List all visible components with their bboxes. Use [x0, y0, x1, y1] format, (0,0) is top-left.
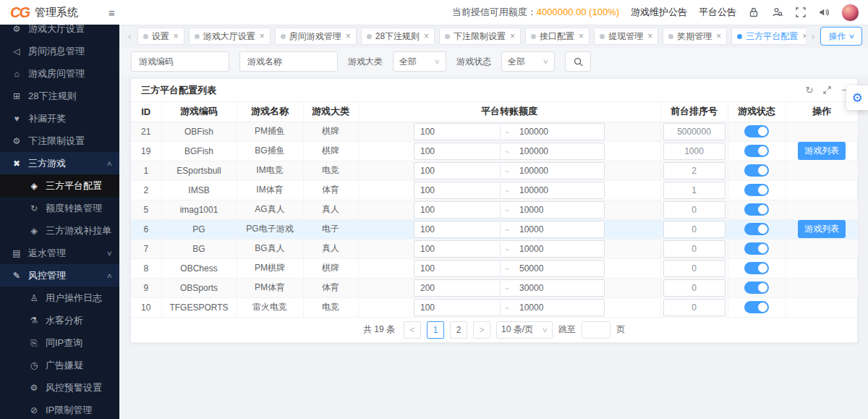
- tab-actions-button[interactable]: 操作 ∨: [820, 27, 862, 46]
- min-quota-input[interactable]: [414, 299, 501, 316]
- sidebar-item-bet-limit-settings[interactable]: ⚙下注限制设置: [0, 130, 119, 152]
- status-toggle[interactable]: [744, 164, 769, 177]
- status-toggle[interactable]: [744, 125, 769, 137]
- min-quota-input[interactable]: [414, 260, 501, 277]
- prev-page-button[interactable]: <: [404, 321, 421, 339]
- sidebar-item-third-party-games[interactable]: ✖三方游戏∧: [0, 152, 119, 174]
- sidebar-item-same-ip-query[interactable]: ⎘同IP查询: [0, 331, 119, 354]
- sort-order-input[interactable]: [663, 182, 726, 199]
- max-quota-input[interactable]: [514, 299, 605, 316]
- sidebar-item-room-message[interactable]: ◁房间消息管理: [0, 40, 119, 62]
- close-icon[interactable]: ×: [647, 31, 652, 41]
- sidebar-item-bet28-rules[interactable]: ⊞28下注规则: [0, 85, 119, 107]
- sidebar-item-rebate-management[interactable]: ▤返水管理∨: [0, 242, 119, 264]
- sidebar-item-ip-limit[interactable]: ⊘IP限制管理: [0, 399, 119, 419]
- sort-order-input[interactable]: [663, 299, 726, 316]
- sidebar-item-game-hall-settings[interactable]: ⚙游戏大厅设置: [0, 25, 119, 40]
- tab-settings[interactable]: 设置×: [137, 27, 184, 45]
- game-name-input[interactable]: [288, 53, 337, 70]
- tab-interface-config[interactable]: 接口配置×: [525, 27, 590, 45]
- close-icon[interactable]: ×: [424, 31, 429, 41]
- tab-bet28-rules[interactable]: 28下注规则×: [361, 27, 435, 45]
- page-button-2[interactable]: 2: [450, 321, 467, 339]
- min-quota-input[interactable]: [414, 279, 501, 297]
- tab-third-platform-config[interactable]: 三方平台配置×: [731, 27, 806, 45]
- page-button-1[interactable]: 1: [427, 321, 444, 339]
- tab-room-game-management[interactable]: 房间游戏管理×: [275, 27, 357, 45]
- expand-icon[interactable]: [823, 86, 831, 94]
- status-toggle[interactable]: [744, 262, 769, 274]
- settings-gear-button[interactable]: ⚙: [846, 85, 868, 110]
- min-quota-input[interactable]: [414, 201, 501, 219]
- max-quota-input[interactable]: [514, 279, 605, 297]
- sidebar-item-game-room[interactable]: ⌂游戏房间管理: [0, 62, 119, 85]
- maintenance-notice-link[interactable]: 游戏维护公告: [631, 6, 687, 19]
- sort-order-input[interactable]: [663, 143, 726, 160]
- tab-game-hall-settings[interactable]: 游戏大厅设置×: [189, 27, 271, 45]
- max-quota-input[interactable]: [514, 182, 605, 199]
- sidebar-item-risk-control[interactable]: ✎风控管理∧: [0, 264, 119, 287]
- close-icon[interactable]: ×: [346, 31, 351, 41]
- tab-bet-limit-settings[interactable]: 下注限制设置×: [439, 27, 521, 45]
- close-icon[interactable]: ×: [174, 31, 179, 41]
- sidebar-item-third-pull-order[interactable]: ◈三方游戏补拉单: [0, 219, 119, 242]
- sidebar-item-third-platform-config[interactable]: ◈三方平台配置: [0, 174, 119, 197]
- sidebar-item-water-analysis[interactable]: ⚗水客分析: [0, 309, 119, 331]
- status-toggle[interactable]: [744, 223, 769, 235]
- sidebar-item-ad-suspect[interactable]: ◷广告嫌疑: [0, 354, 119, 376]
- sort-order-input[interactable]: [663, 221, 726, 238]
- min-quota-input[interactable]: [414, 123, 501, 140]
- tabs-scroll-left-icon[interactable]: ‹: [127, 30, 133, 42]
- close-icon[interactable]: ×: [510, 31, 515, 41]
- refresh-icon[interactable]: ↻: [806, 85, 814, 95]
- min-quota-input[interactable]: [414, 162, 501, 179]
- user-avatar[interactable]: [841, 4, 859, 22]
- status-toggle[interactable]: [744, 184, 769, 196]
- game-list-button[interactable]: 游戏列表: [798, 220, 846, 238]
- status-toggle[interactable]: [744, 242, 769, 255]
- close-icon[interactable]: ×: [260, 31, 265, 41]
- tab-prize-period-management[interactable]: 奖期管理×: [663, 27, 727, 45]
- sidebar-item-quota-exchange[interactable]: ↻额度转换管理: [0, 197, 119, 219]
- game-list-button[interactable]: 游戏列表: [798, 142, 846, 160]
- min-quota-input[interactable]: [414, 182, 501, 199]
- max-quota-input[interactable]: [514, 123, 605, 140]
- sort-order-input[interactable]: [663, 279, 726, 297]
- fullscreen-icon[interactable]: [795, 7, 807, 18]
- platform-notice-link[interactable]: 平台公告: [699, 6, 736, 19]
- sound-icon[interactable]: [818, 7, 830, 18]
- max-quota-input[interactable]: [514, 260, 605, 277]
- menu-fold-icon[interactable]: ≡: [109, 7, 115, 19]
- game-code-input[interactable]: [179, 53, 229, 70]
- sort-order-input[interactable]: [663, 162, 726, 179]
- max-quota-input[interactable]: [514, 240, 605, 258]
- close-icon[interactable]: ×: [802, 31, 806, 41]
- sidebar-item-risk-alert-settings[interactable]: ⚙风控预警设置: [0, 376, 119, 399]
- game-status-select[interactable]: 全部 ∨: [501, 51, 555, 72]
- search-button[interactable]: [565, 51, 591, 72]
- lock-icon[interactable]: [748, 7, 760, 18]
- tab-withdraw-management[interactable]: 提现管理×: [594, 27, 658, 45]
- close-icon[interactable]: ×: [579, 31, 584, 41]
- min-quota-input[interactable]: [414, 221, 501, 238]
- sidebar-item-user-op-log[interactable]: ♙用户操作日志: [0, 287, 119, 309]
- status-toggle[interactable]: [744, 203, 769, 216]
- sort-order-input[interactable]: [663, 240, 726, 258]
- max-quota-input[interactable]: [514, 162, 605, 179]
- sort-order-input[interactable]: [663, 201, 726, 219]
- sidebar-item-makeup-draw[interactable]: ♥补漏开奖: [0, 107, 119, 130]
- status-toggle[interactable]: [744, 282, 769, 294]
- sort-order-input[interactable]: [663, 260, 726, 277]
- page-size-select[interactable]: 10 条/页 ∨: [496, 321, 553, 339]
- game-category-select[interactable]: 全部 ∨: [393, 51, 446, 72]
- max-quota-input[interactable]: [514, 221, 605, 238]
- tabs-scroll-right-icon[interactable]: ›: [810, 30, 817, 42]
- min-quota-input[interactable]: [414, 240, 501, 258]
- jump-page-input[interactable]: [582, 321, 610, 339]
- account-search-icon[interactable]: [771, 7, 783, 18]
- close-icon[interactable]: ×: [716, 31, 721, 41]
- sort-order-input[interactable]: [663, 123, 726, 140]
- next-page-button[interactable]: >: [473, 321, 490, 339]
- max-quota-input[interactable]: [514, 143, 605, 160]
- max-quota-input[interactable]: [514, 201, 605, 219]
